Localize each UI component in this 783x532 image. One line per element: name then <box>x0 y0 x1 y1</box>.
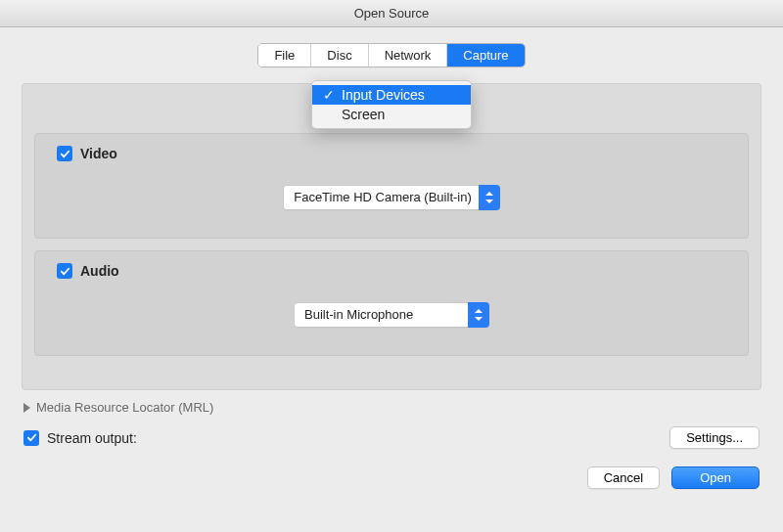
source-segmented-control: File Disc Network Capture <box>257 43 525 67</box>
tab-network[interactable]: Network <box>369 44 448 66</box>
dropdown-item-input-devices[interactable]: ✓ Input Devices <box>312 85 471 105</box>
window-title: Open Source <box>354 6 430 21</box>
tab-disc[interactable]: Disc <box>311 44 368 66</box>
audio-device-select[interactable]: Built-in Microphone <box>294 302 489 328</box>
updown-icon <box>479 185 500 210</box>
capture-panel: Video FaceTime HD Camera (Built-in) Audi… <box>22 83 761 390</box>
stream-output-label: Stream output: <box>47 430 137 446</box>
audio-section: Audio Built-in Microphone <box>34 250 749 356</box>
source-tab-bar: File Disc Network Capture <box>22 43 761 67</box>
check-icon: ✓ <box>322 87 336 103</box>
video-label: Video <box>80 146 117 161</box>
video-section: Video FaceTime HD Camera (Built-in) <box>34 133 749 239</box>
video-checkbox[interactable] <box>57 146 72 161</box>
disclosure-triangle-icon <box>23 403 30 413</box>
dialog-bottom: Stream output: Settings... Cancel Open <box>22 426 761 503</box>
capture-mode-dropdown: ✓ Input Devices Screen <box>311 80 472 129</box>
audio-checkbox[interactable] <box>57 263 72 279</box>
check-icon <box>60 149 70 159</box>
video-header: Video <box>57 146 736 161</box>
tab-file[interactable]: File <box>258 44 311 66</box>
check-icon <box>26 432 37 443</box>
audio-label: Audio <box>80 263 119 279</box>
cancel-button[interactable]: Cancel <box>587 466 660 489</box>
mrl-disclosure[interactable]: Media Resource Locator (MRL) <box>22 400 761 415</box>
updown-icon <box>468 302 489 328</box>
dropdown-item-screen[interactable]: Screen <box>312 105 471 124</box>
settings-button[interactable]: Settings... <box>669 426 760 449</box>
dropdown-item-label: Input Devices <box>342 87 425 103</box>
dialog-content: File Disc Network Capture Video FaceTime… <box>0 27 783 503</box>
check-icon <box>60 266 70 277</box>
audio-device-value: Built-in Microphone <box>294 302 489 328</box>
open-button[interactable]: Open <box>671 466 760 489</box>
audio-header: Audio <box>57 263 736 279</box>
mrl-label: Media Resource Locator (MRL) <box>36 400 213 415</box>
tab-capture[interactable]: Capture <box>447 44 524 66</box>
dropdown-item-label: Screen <box>342 107 385 122</box>
video-device-value: FaceTime HD Camera (Built-in) <box>283 185 500 210</box>
window-titlebar: Open Source <box>0 0 783 27</box>
stream-output-checkbox[interactable] <box>23 430 39 446</box>
video-device-select[interactable]: FaceTime HD Camera (Built-in) <box>283 185 500 210</box>
